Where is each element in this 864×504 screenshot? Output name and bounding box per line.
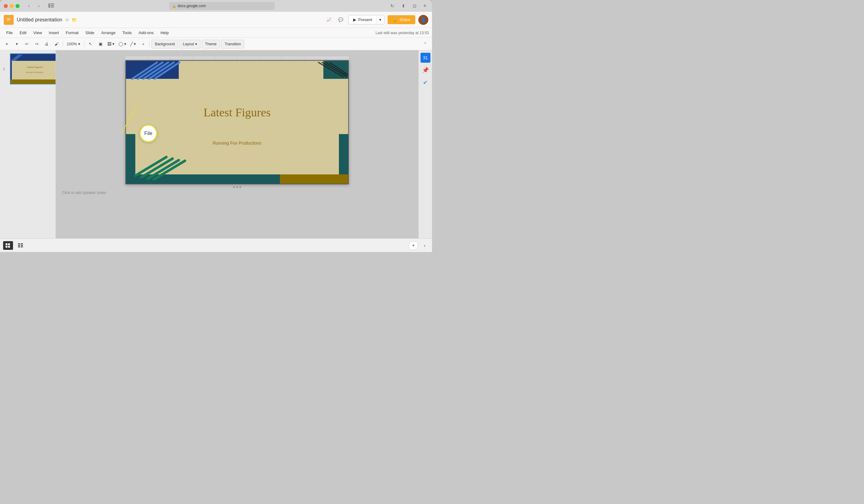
annotation-line-svg (103, 100, 140, 137)
reload-button[interactable]: ↻ (388, 2, 397, 9)
menu-bar: File Edit View Insert Format Slide Arran… (0, 28, 432, 38)
back-button[interactable]: ‹ (25, 2, 33, 9)
menu-file[interactable]: File (3, 29, 16, 36)
theme-button[interactable]: Theme (202, 40, 220, 48)
annotation-label: File (144, 131, 152, 136)
header-right: 📈 💬 ▶ Present ▾ 🔒 Share 👤 (325, 15, 428, 25)
svg-rect-4 (6, 17, 11, 23)
slide-decorations-svg (126, 61, 348, 184)
svg-rect-6 (7, 19, 11, 20)
divider-2 (84, 41, 84, 47)
menu-view[interactable]: View (30, 29, 45, 36)
expand-panel-button[interactable]: › (420, 241, 429, 250)
browser-nav: ‹ › (25, 2, 43, 9)
svg-rect-36 (5, 243, 8, 245)
tasks-sidebar-icon[interactable]: ✔ (421, 77, 430, 87)
canvas-area[interactable]: Latest Figures Running Fox Productions C… (56, 50, 418, 238)
present-button[interactable]: ▶ Present (349, 15, 377, 24)
main-layout: 1 Latest Figures Running Fox (0, 50, 432, 238)
svg-rect-0 (48, 3, 50, 8)
app-header: Untitled presentation ☆ 📁 📈 💬 ▶ Present … (0, 12, 432, 28)
paint-format-button[interactable]: 🖌 (52, 40, 61, 48)
speaker-notes[interactable]: Click to add speaker notes (56, 188, 418, 197)
right-sidebar: 31 📌 ✔ (418, 50, 432, 238)
menu-slide[interactable]: Slide (82, 29, 97, 36)
url-text: docs.google.com (178, 4, 206, 8)
menu-addons[interactable]: Add-ons (136, 29, 157, 36)
list-view-button[interactable] (15, 241, 25, 250)
menu-help[interactable]: Help (157, 29, 172, 36)
menu-tools[interactable]: Tools (119, 29, 135, 36)
comments-button[interactable]: 💬 (336, 15, 345, 24)
menu-insert[interactable]: Insert (46, 29, 62, 36)
close-button[interactable] (4, 4, 8, 8)
thumbnail-title: Latest Figures (27, 66, 43, 69)
zoom-button[interactable]: 100% ▾ (65, 40, 82, 48)
add-slide-button[interactable]: + (409, 241, 418, 250)
svg-rect-45 (21, 247, 23, 247)
document-title[interactable]: Untitled presentation (17, 17, 62, 23)
analytics-button[interactable]: 📈 (325, 15, 333, 24)
image-tool-button[interactable]: 🖼 ▾ (106, 40, 116, 48)
svg-line-31 (135, 157, 166, 176)
add-dropdown-button[interactable]: ▾ (12, 40, 21, 48)
layout-button[interactable]: Layout ▾ (179, 40, 200, 48)
traffic-lights (4, 4, 20, 8)
app-content: Untitled presentation ☆ 📁 📈 💬 ▶ Present … (0, 12, 432, 252)
calendar-sidebar-icon[interactable]: 31 (421, 53, 430, 63)
slide-canvas[interactable]: Latest Figures Running Fox Productions (125, 60, 349, 184)
forward-button[interactable]: › (34, 2, 43, 9)
present-label: Present (358, 17, 372, 22)
address-bar[interactable]: 🔒 docs.google.com (169, 2, 275, 10)
app-logo (4, 15, 14, 25)
browser-actions: ↻ ⬆ ⊡ (388, 2, 419, 9)
fullscreen-button[interactable]: ⊡ (410, 2, 419, 9)
toolbar-collapse-button[interactable]: ⌃ (421, 40, 430, 48)
menu-arrange[interactable]: Arrange (98, 29, 119, 36)
new-tab-button[interactable]: + (421, 2, 428, 9)
svg-rect-43 (21, 245, 23, 246)
share-button[interactable]: 🔒 Share (388, 15, 415, 24)
comment-tool-button[interactable]: ＋ (139, 40, 147, 48)
last-edit-text: Last edit was yesterday at 13:53 (375, 31, 429, 35)
undo-button[interactable]: ↩ (22, 40, 31, 48)
divider-3 (149, 41, 149, 47)
svg-rect-40 (18, 243, 20, 244)
ruler-horizontal (125, 57, 349, 60)
maximize-button[interactable] (15, 4, 20, 8)
svg-rect-1 (51, 3, 54, 4)
menu-format[interactable]: Format (63, 29, 82, 36)
corner-top-left (126, 61, 179, 79)
share-page-button[interactable]: ⬆ (399, 2, 408, 9)
keep-sidebar-icon[interactable]: 📌 (421, 65, 430, 75)
present-dropdown-button[interactable]: ▾ (377, 15, 384, 24)
svg-rect-38 (5, 246, 8, 248)
slide-thumbnail-1[interactable]: Latest Figures Running Fox Productions (10, 53, 56, 84)
drive-icon[interactable]: 📁 (72, 17, 77, 22)
slide-title[interactable]: Latest Figures (204, 106, 271, 119)
minimize-button[interactable] (10, 4, 14, 8)
user-avatar[interactable]: 👤 (418, 15, 428, 25)
sidebar-toggle-button[interactable] (47, 2, 56, 9)
lock-icon: 🔒 (172, 4, 176, 8)
svg-rect-5 (7, 18, 11, 19)
background-button[interactable]: Background (152, 40, 178, 48)
slides-panel: 1 Latest Figures Running Fox (0, 50, 56, 238)
shape-tool-button[interactable]: ◯ ▾ (117, 40, 128, 48)
svg-rect-44 (18, 247, 20, 247)
menu-edit[interactable]: Edit (16, 29, 29, 36)
star-icon[interactable]: ☆ (65, 17, 69, 23)
text-tool-button[interactable]: ▣ (96, 40, 105, 48)
grid-view-button[interactable] (3, 241, 13, 250)
browser-titlebar: ‹ › 🔒 docs.google.com ↻ ⬆ ⊡ + (0, 0, 432, 12)
slide-subtitle[interactable]: Running Fox Productions (213, 141, 261, 146)
print-button[interactable]: 🖨 (42, 40, 51, 48)
redo-button[interactable]: ↪ (32, 40, 41, 48)
doc-title-area: Untitled presentation ☆ 📁 (17, 17, 322, 23)
line-tool-button[interactable]: ╱ ▾ (129, 40, 137, 48)
svg-line-9 (13, 55, 21, 61)
transition-button[interactable]: Transition (221, 40, 244, 48)
corner-top-right (323, 61, 348, 79)
cursor-tool-button[interactable]: ↖ (86, 40, 95, 48)
add-button[interactable]: + (2, 40, 11, 48)
